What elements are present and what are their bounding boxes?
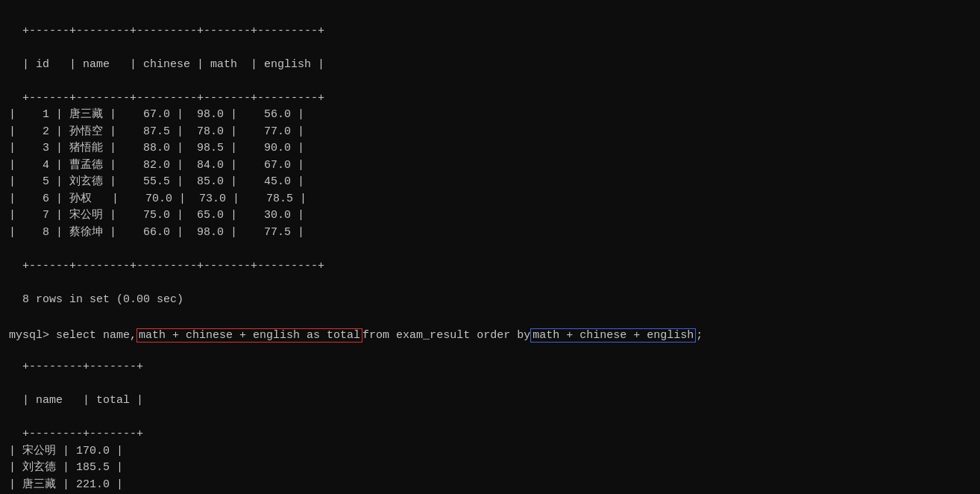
- table2-separator-top: +--------+-------+: [9, 343, 971, 376]
- table1-header-row: | id | name | chinese | math | english |: [9, 40, 971, 73]
- table-row: | 唐三藏 | 221.0 |: [9, 477, 971, 494]
- table-row: | 8 | 蔡徐坤 | 66.0 | 98.0 | 77.5 |: [9, 225, 971, 242]
- table-row: | 3 | 猪悟能 | 88.0 | 98.5 | 90.0 |: [9, 140, 971, 157]
- sql-command-line: mysql> select name, math + chinese + eng…: [9, 328, 971, 343]
- blank-line: [9, 311, 971, 328]
- table1-body: | 1 | 唐三藏 | 67.0 | 98.0 | 56.0 || 2 | 孙悟…: [9, 107, 971, 241]
- table-row: | 7 | 宋公明 | 75.0 | 65.0 | 30.0 |: [9, 207, 971, 225]
- table-row: | 6 | 孙权 | 70.0 | 73.0 | 78.5 |: [9, 191, 971, 208]
- table-row: | 1 | 唐三藏 | 67.0 | 98.0 | 56.0 |: [9, 107, 971, 124]
- table-row: | 宋公明 | 170.0 |: [9, 443, 971, 460]
- table2-body: | 宋公明 | 170.0 || 刘玄德 | 185.5 || 唐三藏 | 22…: [9, 443, 971, 495]
- table-row: | 5 | 刘玄德 | 55.5 | 85.0 | 45.0 |: [9, 174, 971, 191]
- table-row: | 刘玄德 | 185.5 |: [9, 460, 971, 477]
- sql-before: select name,: [56, 329, 136, 342]
- rows-info-1: 8 rows in set (0.00 sec): [9, 275, 971, 308]
- sql-middle: from exam_result order by: [362, 329, 530, 342]
- sql-highlight-math-chinese-english: math + chinese + english: [530, 328, 696, 343]
- table-row: | 2 | 孙悟空 | 87.5 | 78.0 | 77.0 |: [9, 124, 971, 141]
- table1-separator-top: +------+--------+---------+-------+-----…: [22, 25, 324, 37]
- table1-separator-header: +------+--------+---------+-------+-----…: [9, 73, 971, 107]
- table1-separator-bottom: +------+--------+---------+-------+-----…: [9, 241, 971, 275]
- mysql-prompt: mysql>: [9, 329, 56, 342]
- sql-highlight-math-chinese-english-total: math + chinese + english as total: [136, 328, 362, 343]
- table-row: | 4 | 曹孟德 | 82.0 | 84.0 | 67.0 |: [9, 157, 971, 175]
- terminal-output: +------+--------+---------+-------+-----…: [9, 6, 971, 40]
- table2-header-row: | name | total |: [9, 376, 971, 410]
- table2-separator-header: +--------+-------+: [9, 410, 971, 443]
- sql-end: ;: [696, 329, 703, 342]
